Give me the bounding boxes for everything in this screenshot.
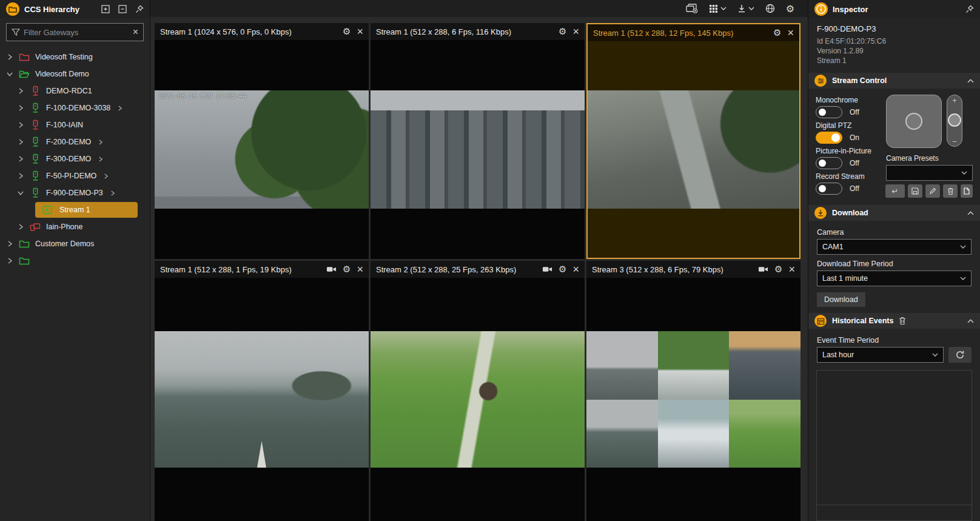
close-all-tiles-icon[interactable] [683,4,700,13]
tile-video-area[interactable] [588,41,799,258]
camera-dropdown[interactable]: CAM1 [817,239,972,255]
chevron-right-icon[interactable] [6,54,13,60]
zoom-out-label[interactable]: − [947,137,962,146]
stream-tile-4[interactable]: Stream 1 (512 x 288, 1 Fps, 19 Kbps) ⚙ × [155,261,369,521]
download-time-period-dropdown[interactable]: Last 1 minute [817,271,972,286]
tree-item-demo-rdc1[interactable]: DEMO-RDC1 [0,82,150,99]
tree-item-f100-demo-3038[interactable]: F-100-DEMO-3038 [0,99,150,116]
tree-item-f900-demo-p3[interactable]: F-900-DEMO-P3 [0,184,150,201]
refresh-events-button[interactable] [948,347,972,363]
tree-item-iain-phone[interactable]: Iain-Phone [0,218,150,235]
settings-gear-icon[interactable]: ⚙ [784,3,797,15]
save-preset-button[interactable] [908,184,922,198]
stream-tile-3-selected[interactable]: Stream 1 (512 x 288, 12 Fps, 145 Kbps) ⚙… [586,23,800,259]
tile-title: Stream 3 (512 x 288, 6 Fps, 79 Kbps) [592,265,752,274]
download-section-header[interactable]: Download [808,205,980,221]
zoom-slider-thumb[interactable] [948,113,961,127]
chevron-right-icon[interactable] [17,88,24,94]
chevron-up-icon[interactable] [967,319,974,323]
tree-item-stream-1-selected[interactable]: Stream 1 [35,202,138,218]
tile-settings-gear-icon[interactable]: ⚙ [773,27,781,38]
tile-settings-gear-icon[interactable]: ⚙ [559,26,566,37]
tile-settings-gear-icon[interactable]: ⚙ [559,264,566,275]
new-preset-document-button[interactable] [961,184,973,198]
record-stream-toggle[interactable] [816,183,842,195]
clear-filter-icon[interactable]: × [133,27,138,37]
section-title: Download [832,209,868,217]
pin-icon[interactable] [135,5,144,13]
tile-close-icon[interactable]: × [357,264,363,275]
ptz-joystick-pad[interactable] [886,95,942,148]
tile-settings-gear-icon[interactable]: ⚙ [343,264,351,275]
chevron-down-icon [720,7,727,10]
tile-video-area[interactable] [371,278,585,521]
tile-close-icon[interactable]: × [357,26,363,37]
tile-close-icon[interactable]: × [787,27,794,38]
tile-video-area[interactable] [371,40,585,259]
chevron-up-icon[interactable] [967,211,974,215]
chevron-down-icon[interactable] [6,72,13,77]
edit-preset-pencil-button[interactable] [925,184,940,198]
toggle-label: Monochrome [816,96,880,104]
delete-preset-trash-button[interactable] [943,184,958,198]
tree-item-f100-iain[interactable]: F-100-IAIN [0,116,150,133]
camera-presets-dropdown[interactable] [886,165,973,181]
globe-icon[interactable] [763,4,777,13]
chevron-right-icon[interactable] [17,156,24,162]
tree-item-customer-demos[interactable]: Customer Demos [0,235,150,252]
event-time-period-dropdown[interactable]: Last hour [817,347,944,363]
tree-item-f300-demo[interactable]: F-300-DEMO [0,150,150,167]
stream-tile-2[interactable]: Stream 1 (512 x 288, 6 Fps, 116 Kbps) ⚙ … [371,23,585,259]
record-camera-icon[interactable] [326,266,337,273]
tile-close-icon[interactable]: × [788,264,795,275]
chevron-right-icon[interactable] [17,122,24,128]
zoom-slider[interactable]: + − [947,95,962,147]
chevron-right-icon[interactable] [6,241,13,247]
pin-icon[interactable] [965,5,974,13]
tile-video-area[interactable] [155,278,369,521]
chevron-up-icon[interactable] [967,79,974,83]
stream-tile-6[interactable]: Stream 3 (512 x 288, 6 Fps, 79 Kbps) ⚙ × [586,261,800,521]
tile-video-area[interactable]: 2022-08-15 MON 17:03:44 [155,40,369,259]
tree-item-f50-pi-demo[interactable]: F-50-PI-DEMO [0,167,150,184]
collapse-all-icon[interactable] [118,5,127,13]
tile-settings-gear-icon[interactable]: ⚙ [774,264,782,275]
record-camera-icon[interactable] [542,266,552,273]
chevron-right-icon[interactable] [6,258,13,264]
download-button[interactable]: Download [817,292,865,307]
clear-events-trash-icon[interactable] [899,317,906,325]
tree-item-f200-demo[interactable]: F-200-DEMO [0,133,150,150]
tree-item-unnamed-folder[interactable] [0,252,150,269]
go-to-preset-button[interactable]: ↵ [885,184,905,198]
chevron-right-icon[interactable] [17,105,24,111]
more-chevron-icon [118,106,122,111]
tile-close-icon[interactable]: × [572,264,579,275]
digital-ptz-toggle[interactable] [816,132,842,144]
zoom-in-label[interactable]: + [947,96,962,105]
tile-close-icon[interactable]: × [572,26,579,37]
layout-grid-button[interactable] [706,4,729,13]
expand-all-icon[interactable] [101,5,110,13]
historical-events-section-header[interactable]: Historical Events [808,313,980,329]
chevron-right-icon[interactable] [17,173,24,179]
tree-item-videosoft-testing[interactable]: Videosoft Testing [0,49,150,66]
more-chevron-icon [110,190,115,196]
chevron-down-icon[interactable] [17,190,24,196]
stream-control-section-header[interactable]: Stream Control [808,73,980,89]
stream-workspace: ⚙ Stream 1 (1024 x 576, 0 Fps, 0 Kbps) ⚙… [150,0,808,521]
picture-in-picture-toggle[interactable] [816,157,842,169]
chevron-right-icon[interactable] [17,139,24,145]
tile-settings-gear-icon[interactable]: ⚙ [343,26,351,37]
tree-item-videosoft-demo[interactable]: Videosoft Demo [0,66,150,82]
monochrome-toggle[interactable] [816,106,842,118]
ptz-joystick-knob[interactable] [905,113,922,130]
stream-tile-5[interactable]: Stream 2 (512 x 288, 25 Fps, 263 Kbps) ⚙… [371,261,585,521]
events-list[interactable] [816,370,972,521]
download-toolbar-button[interactable] [735,4,757,13]
chevron-right-icon[interactable] [17,224,24,230]
tree-item-label: Customer Demos [35,240,94,248]
tile-video-area[interactable] [586,278,800,521]
record-camera-icon[interactable] [758,266,768,273]
filter-gateways-input[interactable] [24,28,129,37]
stream-tile-1[interactable]: Stream 1 (1024 x 576, 0 Fps, 0 Kbps) ⚙ ×… [155,23,369,259]
